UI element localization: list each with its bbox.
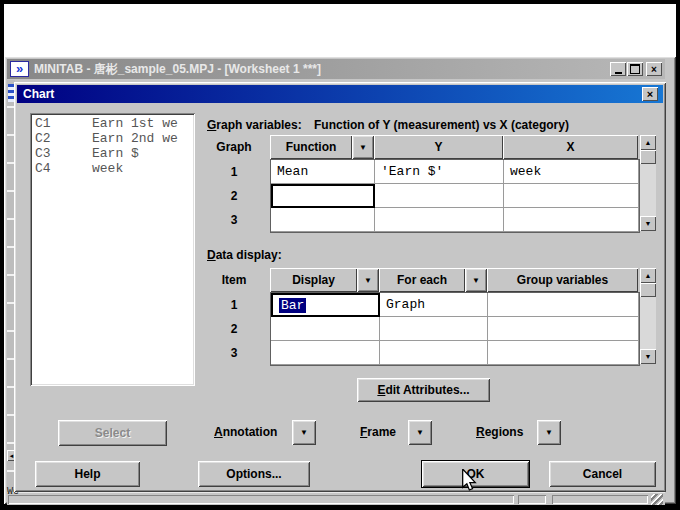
dialog-titlebar[interactable]: Chart ×	[17, 85, 663, 103]
chevron-down-icon: ▼	[300, 428, 308, 437]
cell-y[interactable]	[375, 208, 504, 232]
window-close-button[interactable]: ×	[646, 62, 662, 76]
data-display-label: Data display:	[207, 248, 282, 262]
desktop-background	[4, 4, 676, 56]
cell-x[interactable]	[504, 208, 639, 232]
variable-listbox[interactable]: C1 Earn 1st we C2 Earn 2nd we C3 Earn $ …	[30, 113, 195, 386]
column-header-for-each: For each	[379, 268, 465, 292]
cancel-button[interactable]: Cancel	[549, 461, 656, 487]
data-display-grid: Bar Graph	[270, 292, 640, 366]
close-icon: ×	[647, 89, 653, 99]
table-row	[271, 341, 639, 365]
cell-display-focused[interactable]: Bar	[271, 293, 380, 317]
display-dropdown-button[interactable]: ▼	[357, 268, 379, 292]
scrollbar-thumb[interactable]	[640, 150, 656, 164]
column-header-group-variables: Group variables	[487, 268, 638, 292]
ok-button[interactable]: OK	[422, 461, 529, 487]
minimize-icon	[615, 72, 622, 74]
cell-y[interactable]: 'Earn $'	[375, 160, 504, 184]
selected-text: Bar	[279, 298, 306, 313]
table-row	[271, 208, 639, 232]
row-number: 1	[204, 165, 264, 179]
column-header-y: Y	[374, 135, 503, 159]
graph-variables-grid: Mean 'Earn $' week	[270, 159, 640, 233]
status-bar	[7, 492, 665, 505]
dialog-title: Chart	[23, 87, 54, 101]
annotation-label: Annotation	[214, 425, 277, 439]
chevron-down-icon: ▼	[545, 428, 553, 437]
close-icon: ×	[651, 64, 657, 75]
graph-table-scrollbar[interactable]: ▲ ▼	[640, 135, 656, 231]
column-header-x: X	[503, 135, 638, 159]
cell-function-focused[interactable]	[271, 184, 375, 208]
list-item[interactable]: C1 Earn 1st we	[35, 116, 195, 131]
cell-function[interactable]: Mean	[271, 160, 375, 184]
resize-grip-icon[interactable]	[651, 494, 663, 505]
help-button[interactable]: Help	[35, 461, 140, 487]
annotation-dropdown-button[interactable]: ▼	[292, 420, 316, 445]
graph-variables-label: Graph variables:	[207, 118, 302, 132]
data-display-scrollbar[interactable]: ▲ ▼	[640, 268, 656, 364]
list-item[interactable]: C2 Earn 2nd we	[35, 131, 195, 146]
cell-group-variables[interactable]	[488, 341, 639, 365]
chevron-down-icon: ▼	[416, 428, 424, 437]
chevron-down-icon: ▼	[359, 143, 367, 152]
window-titlebar: » MINITAB - 唐彬_sample_05.MPJ - [Workshee…	[7, 59, 665, 79]
list-item[interactable]: C4 week	[35, 161, 195, 176]
cell-display[interactable]	[271, 317, 380, 341]
cell-x[interactable]: week	[504, 160, 639, 184]
cell-group-variables[interactable]	[488, 293, 639, 317]
select-button: Select	[58, 420, 167, 446]
frame-dropdown-button[interactable]: ▼	[408, 420, 432, 445]
maximize-icon	[630, 64, 640, 74]
minimize-button[interactable]	[610, 62, 626, 76]
table-row	[271, 317, 639, 341]
cell-function[interactable]	[271, 208, 375, 232]
row-number: 2	[204, 322, 264, 336]
chevron-down-icon: ▼	[364, 276, 372, 285]
scrollbar-thumb[interactable]	[640, 283, 656, 297]
cell-for-each[interactable]	[380, 341, 488, 365]
chart-dialog: Chart × C1 Earn 1st we C2 Earn 2nd we C3…	[14, 82, 666, 492]
table-row: Mean 'Earn $' week	[271, 160, 639, 184]
cell-x[interactable]	[504, 184, 639, 208]
row-number: 2	[204, 189, 264, 203]
edit-attributes-button[interactable]: Edit Attributes...	[357, 378, 490, 402]
minitab-logo-icon: »	[10, 61, 29, 77]
cell-for-each[interactable]: Graph	[380, 293, 488, 317]
cell-group-variables[interactable]	[488, 317, 639, 341]
row-number: 3	[204, 213, 264, 227]
frame-label: Frame	[360, 425, 396, 439]
for-each-dropdown-button[interactable]: ▼	[465, 268, 487, 292]
function-dropdown-button[interactable]: ▼	[352, 135, 374, 159]
list-item[interactable]: C3 Earn $	[35, 146, 195, 161]
status-panel	[518, 495, 546, 504]
cell-y[interactable]	[375, 184, 504, 208]
column-header-display: Display	[270, 268, 357, 292]
scrollbar-up-icon[interactable]: ▲	[640, 268, 656, 283]
cell-display[interactable]	[271, 341, 380, 365]
cell-for-each[interactable]	[380, 317, 488, 341]
chevron-down-icon: ▼	[472, 276, 480, 285]
graph-variables-subtitle: Function of Y (measurement) vs X (catego…	[314, 118, 569, 132]
status-panel	[8, 495, 514, 504]
maximize-button[interactable]	[627, 62, 643, 76]
window-title: MINITAB - 唐彬_sample_05.MPJ - [Worksheet …	[34, 61, 321, 78]
status-panel	[552, 495, 648, 504]
regions-label: Regions	[476, 425, 523, 439]
scrollbar-up-icon[interactable]: ▲	[640, 135, 656, 150]
scrollbar-down-icon[interactable]: ▼	[640, 216, 656, 231]
graph-row-header: Graph	[204, 140, 264, 154]
options-button[interactable]: Options...	[198, 461, 310, 487]
table-row: Bar Graph	[271, 293, 639, 317]
column-header-function: Function	[270, 135, 352, 159]
row-number: 3	[204, 346, 264, 360]
regions-dropdown-button[interactable]: ▼	[537, 420, 561, 445]
scrollbar-down-icon[interactable]: ▼	[640, 349, 656, 364]
table-row	[271, 184, 639, 208]
item-row-header: Item	[204, 273, 264, 287]
row-number: 1	[204, 298, 264, 312]
dialog-close-button[interactable]: ×	[642, 87, 658, 101]
screenshot-root: » MINITAB - 唐彬_sample_05.MPJ - [Workshee…	[0, 0, 680, 510]
